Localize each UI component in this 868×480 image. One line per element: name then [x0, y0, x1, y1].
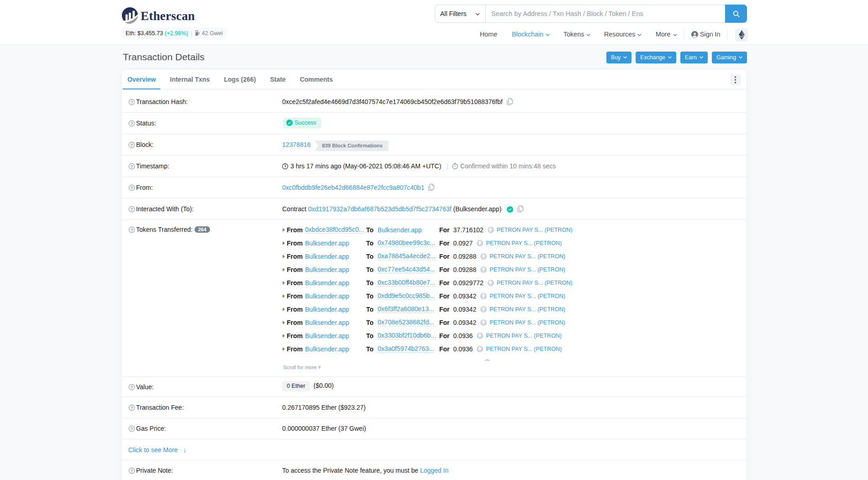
svg-text:?: ?: [131, 385, 133, 390]
svg-text:?: ?: [131, 405, 133, 410]
svg-text:?: ?: [131, 142, 133, 147]
svg-text:?: ?: [131, 164, 133, 169]
svg-text:?: ?: [131, 468, 133, 473]
svg-text:?: ?: [131, 185, 133, 190]
svg-text:?: ?: [131, 121, 133, 126]
svg-text:?: ?: [131, 227, 133, 232]
svg-text:?: ?: [131, 99, 133, 104]
svg-text:?: ?: [131, 426, 133, 431]
svg-text:?: ?: [131, 207, 133, 212]
